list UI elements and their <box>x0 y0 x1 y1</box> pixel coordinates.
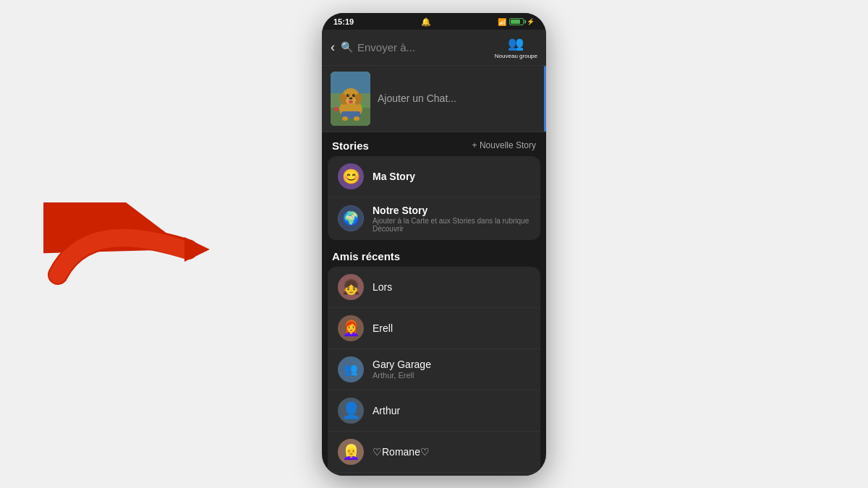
notification-icon: 🔔 <box>421 17 431 27</box>
svg-point-18 <box>354 116 359 121</box>
search-input-area[interactable]: 🔍 Envoyer à... <box>341 41 489 53</box>
romane-name: ♡Romane♡ <box>373 446 530 458</box>
lors-info: Lors <box>373 281 530 293</box>
friends-card: 👧 Lors 👩‍🦰 Erell 👥 Gary Garage Arthur, E… <box>328 267 540 476</box>
gary-garage-subtitle: Arthur, Erell <box>373 371 530 380</box>
ma-story-avatar: 😊 <box>338 163 364 189</box>
stories-title: Stories <box>332 140 369 152</box>
notre-story-item[interactable]: 🌍 Notre Story Ajouter à la Carte et aux … <box>328 197 540 240</box>
svg-point-12 <box>352 94 355 97</box>
stories-section-header: Stories + Nouvelle Story <box>322 132 546 156</box>
battery-icon <box>509 18 524 25</box>
signal-icon: 📶 <box>498 18 506 26</box>
erell-name: Erell <box>373 322 530 334</box>
new-group-icon: 👥 <box>508 35 524 51</box>
chat-thumbnail <box>331 72 370 126</box>
back-button[interactable]: ‹ <box>331 40 335 55</box>
chat-preview-area: Ajouter un Chat... <box>322 66 546 132</box>
svg-point-11 <box>346 94 349 97</box>
erell-item[interactable]: 👩‍🦰 Erell <box>328 308 540 349</box>
svg-point-15 <box>349 100 353 103</box>
new-group-button[interactable]: 👥 Nouveau groupe <box>495 35 537 59</box>
ma-story-item[interactable]: 😊 Ma Story <box>328 156 540 197</box>
charging-icon: ⚡ <box>527 18 535 25</box>
notre-story-name: Notre Story <box>373 205 530 216</box>
romane-info: ♡Romane♡ <box>373 446 530 458</box>
ma-story-info: Ma Story <box>373 171 530 182</box>
recent-friends-header: Amis récents <box>322 243 546 267</box>
new-story-button[interactable]: + Nouvelle Story <box>472 140 536 150</box>
search-placeholder: Envoyer à... <box>357 41 415 53</box>
scroll-indicator <box>544 66 546 132</box>
new-group-label: Nouveau groupe <box>495 53 537 59</box>
svg-point-13 <box>348 94 349 95</box>
arthur-name: Arthur <box>373 405 530 416</box>
svg-point-17 <box>342 116 348 121</box>
status-bar: 15:19 🔔 📶 ⚡ <box>322 13 546 30</box>
notre-story-avatar: 🌍 <box>338 205 364 231</box>
search-icon: 🔍 <box>341 41 353 53</box>
ma-story-name: Ma Story <box>373 171 530 182</box>
lors-name: Lors <box>373 281 530 293</box>
arthur-info: Arthur <box>373 405 530 416</box>
svg-point-19 <box>334 107 339 111</box>
romane-avatar: 👱‍♀️ <box>338 439 364 465</box>
notre-story-info: Notre Story Ajouter à la Carte et aux St… <box>373 205 530 233</box>
arthur-avatar: 👤 <box>338 398 364 424</box>
phone-frame: 15:19 🔔 📶 ⚡ ‹ 🔍 Envoyer à... 👥 Nouveau g… <box>322 13 546 476</box>
svg-point-10 <box>349 97 353 99</box>
lors-avatar: 👧 <box>338 274 364 300</box>
stories-card: 😊 Ma Story 🌍 Notre Story Ajouter à la Ca… <box>328 156 540 240</box>
erell-avatar: 👩‍🦰 <box>338 315 364 341</box>
gary-garage-avatar: 👥 <box>338 356 364 382</box>
gary-garage-info: Gary Garage Arthur, Erell <box>373 359 530 380</box>
svg-marker-1 <box>184 237 210 262</box>
cathy-item[interactable]: 👤 Cathy <box>328 473 540 476</box>
svg-point-20 <box>362 105 365 108</box>
status-time: 15:19 <box>333 17 354 26</box>
add-chat-text: Ajouter un Chat... <box>378 93 456 104</box>
erell-info: Erell <box>373 322 530 334</box>
romane-item[interactable]: 👱‍♀️ ♡Romane♡ <box>328 432 540 473</box>
search-bar: ‹ 🔍 Envoyer à... 👥 Nouveau groupe <box>322 30 546 66</box>
gary-garage-item[interactable]: 👥 Gary Garage Arthur, Erell <box>328 349 540 390</box>
arthur-item[interactable]: 👤 Arthur <box>328 390 540 432</box>
lors-item[interactable]: 👧 Lors <box>328 267 540 308</box>
svg-point-14 <box>354 94 354 95</box>
notre-story-subtitle: Ajouter à la Carte et aux Stories dans l… <box>373 217 530 233</box>
recent-friends-title: Amis récents <box>332 250 400 262</box>
gary-garage-name: Gary Garage <box>373 359 530 370</box>
